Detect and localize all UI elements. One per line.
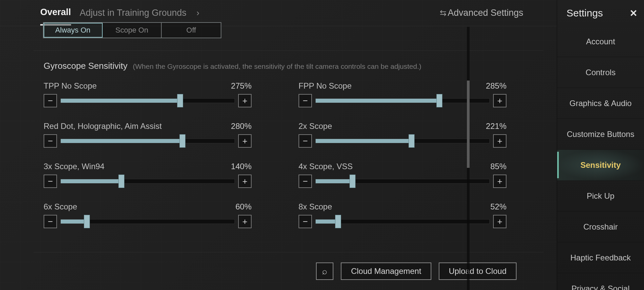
segment-scope-on[interactable]: Scope On <box>103 23 162 38</box>
slider-label: Red Dot, Holographic, Aim Assist <box>44 122 162 131</box>
slider-2x-scope: 2x Scope221%−+ <box>299 122 506 148</box>
decrement-button[interactable]: − <box>44 94 57 107</box>
decrement-button[interactable]: − <box>44 215 57 228</box>
slider-fill <box>61 99 180 103</box>
menu-item-account[interactable]: Account <box>557 26 644 57</box>
increment-button[interactable]: + <box>238 215 252 228</box>
slider-label: 8x Scope <box>299 202 332 211</box>
slider-label: FPP No Scope <box>299 81 352 91</box>
slider-fill <box>61 179 121 183</box>
slider-track[interactable] <box>60 179 235 184</box>
slider-4x-scope-vss: 4x Scope, VSS85%−+ <box>299 162 506 188</box>
menu-item-sensitivity[interactable]: Sensitivity <box>557 150 644 181</box>
slider-fill <box>316 139 412 143</box>
decrement-button[interactable]: − <box>299 175 312 188</box>
slider-fill <box>316 179 353 183</box>
swap-icon: ⇆ <box>440 8 444 18</box>
segment-always-on[interactable]: Always On <box>44 23 103 38</box>
slider-thumb[interactable] <box>177 94 183 107</box>
slider-fill <box>316 99 439 103</box>
gyro-mode-segmented: Always OnScope OnOff <box>43 22 221 38</box>
slider-label: 2x Scope <box>299 122 332 131</box>
section-title: Gyroscope Sensitivity <box>44 61 127 71</box>
slider-thumb[interactable] <box>84 215 90 228</box>
slider-track[interactable] <box>315 179 490 184</box>
slider-thumb[interactable] <box>409 134 415 148</box>
slider-6x-scope: 6x Scope60%−+ <box>44 202 252 228</box>
increment-button[interactable]: + <box>493 94 506 107</box>
cloud-management-button[interactable]: Cloud Management <box>341 262 431 280</box>
slider-value: 52% <box>490 202 506 211</box>
slider-value: 221% <box>486 122 506 131</box>
advanced-settings-button[interactable]: ⇆ Advanced Settings <box>440 8 523 18</box>
slider-value: 280% <box>231 122 252 131</box>
menu-item-controls[interactable]: Controls <box>557 57 644 88</box>
menu-item-crosshair[interactable]: Crosshair <box>557 211 644 242</box>
slider-thumb[interactable] <box>335 215 341 228</box>
increment-button[interactable]: + <box>493 134 506 148</box>
increment-button[interactable]: + <box>238 175 252 188</box>
increment-button[interactable]: + <box>493 215 506 228</box>
slider-thumb[interactable] <box>436 94 442 107</box>
slider-track[interactable] <box>315 98 490 103</box>
scrollbar-thumb[interactable] <box>467 81 470 168</box>
slider-track[interactable] <box>315 139 490 143</box>
slider-label: TPP No Scope <box>44 81 97 91</box>
slider-fpp-no-scope: FPP No Scope285%−+ <box>299 81 506 107</box>
menu-item-privacy-social[interactable]: Privacy & Social <box>557 273 644 290</box>
slider-label: 4x Scope, VSS <box>299 162 353 171</box>
close-icon: ✕ <box>630 8 637 18</box>
section-description: (When the Gyroscope is activated, the se… <box>133 62 421 70</box>
slider-tpp-no-scope: TPP No Scope275%−+ <box>44 81 252 107</box>
slider-8x-scope: 8x Scope52%−+ <box>299 202 506 228</box>
slider-track[interactable] <box>60 98 235 103</box>
search-button[interactable]: ⌕ <box>316 262 333 280</box>
slider-track[interactable] <box>60 139 235 143</box>
slider-value: 285% <box>486 81 506 91</box>
menu-item-customize-buttons[interactable]: Customize Buttons <box>557 119 644 150</box>
close-button[interactable]: ✕ <box>630 8 637 19</box>
slider-fill <box>61 220 87 224</box>
search-icon: ⌕ <box>322 266 327 277</box>
slider-fill <box>61 139 182 143</box>
decrement-button[interactable]: − <box>44 175 57 188</box>
increment-button[interactable]: + <box>493 175 506 188</box>
menu-item-pick-up[interactable]: Pick Up <box>557 181 644 211</box>
settings-panel-title: Settings <box>567 7 603 19</box>
slider-thumb[interactable] <box>118 175 124 188</box>
slider-value: 85% <box>490 162 506 171</box>
slider-label: 3x Scope, Win94 <box>44 162 104 171</box>
slider-track[interactable] <box>315 219 490 224</box>
upload-to-cloud-button[interactable]: Upload to Cloud <box>439 262 517 280</box>
menu-item-graphics-audio[interactable]: Graphics & Audio <box>557 88 644 119</box>
slider-fill <box>316 220 338 224</box>
decrement-button[interactable]: − <box>44 134 57 148</box>
decrement-button[interactable]: − <box>299 94 312 107</box>
chevron-right-icon: › <box>197 8 200 18</box>
menu-item-haptic-feedback[interactable]: Haptic Feedback <box>557 242 644 273</box>
slider-value: 275% <box>231 81 252 91</box>
segment-off[interactable]: Off <box>162 23 221 38</box>
slider-label: 6x Scope <box>44 202 77 211</box>
slider-value: 140% <box>231 162 252 171</box>
decrement-button[interactable]: − <box>299 215 312 228</box>
slider-red-dot-holographic-aim-assist: Red Dot, Holographic, Aim Assist280%−+ <box>44 122 252 148</box>
increment-button[interactable]: + <box>238 134 252 148</box>
advanced-settings-label: Advanced Settings <box>448 8 523 18</box>
slider-thumb[interactable] <box>350 175 356 188</box>
decrement-button[interactable]: − <box>299 134 312 148</box>
increment-button[interactable]: + <box>238 94 252 107</box>
slider-3x-scope-win94: 3x Scope, Win94140%−+ <box>44 162 252 188</box>
slider-thumb[interactable] <box>179 134 185 148</box>
slider-track[interactable] <box>60 219 235 224</box>
slider-value: 60% <box>235 202 252 211</box>
